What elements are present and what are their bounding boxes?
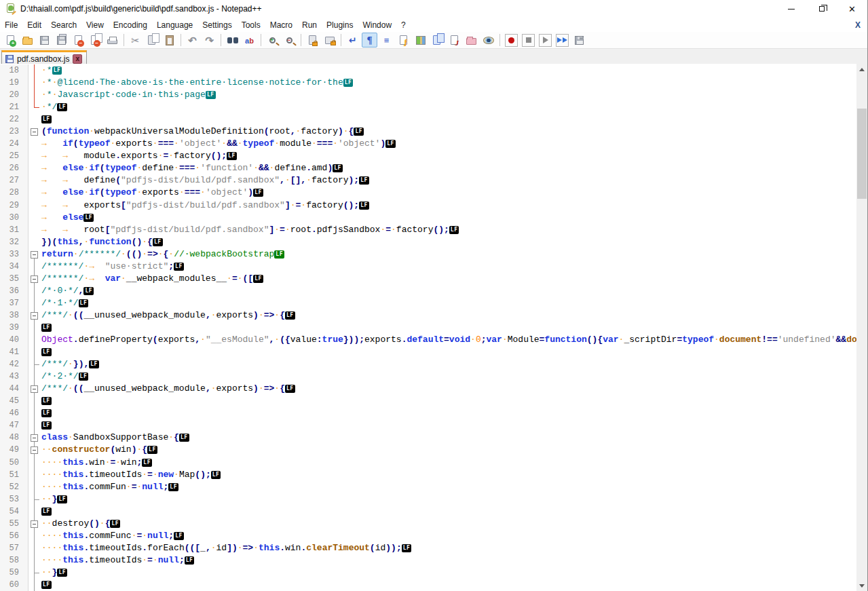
code-text[interactable]: ····this.commFun·=·null;LF [41, 481, 856, 493]
toolbar-button-find[interactable] [225, 33, 240, 47]
toolbar-button-document-switcher[interactable] [430, 33, 445, 47]
code-text[interactable]: ·*·Javascript·code·in·this·pageLF [41, 89, 856, 101]
toolbar-button-show-indent-guide[interactable]: ≡ [379, 33, 394, 47]
toolbar-button-close-all-docs[interactable]: − [88, 33, 103, 47]
vertical-scrollbar[interactable] [856, 64, 867, 591]
code-text[interactable]: ····this.commFunc·=·null;LF [41, 530, 856, 542]
code-text[interactable]: class·SandboxSupportBase·{LF [41, 432, 856, 444]
toolbar-button-replace[interactable]: ab [242, 33, 257, 47]
menu-item-settings[interactable]: Settings [197, 19, 236, 31]
toolbar-button-save-all[interactable] [54, 33, 69, 47]
code-text[interactable]: →→module.exports·=·factory();LF [41, 150, 856, 162]
code-text[interactable]: ··constructor(win)·{LF [41, 444, 856, 456]
menu-item-tools[interactable]: Tools [237, 19, 265, 31]
code-text[interactable]: ·*·@licend·The·above·is·the·entire·licen… [41, 77, 856, 89]
menu-item-encoding[interactable]: Encoding [109, 19, 152, 31]
editor-pane[interactable]: 18·*LF19·*·@licend·The·above·is·the·enti… [0, 64, 867, 591]
code-text[interactable]: (function·webpackUniversalModuleDefiniti… [41, 126, 856, 138]
code-text[interactable]: Object.defineProperty(exports,·"__esModu… [41, 334, 856, 346]
toolbar-button-copy[interactable] [145, 33, 160, 47]
code-text[interactable]: ····this.timeoutIds·=·new·Map();LF [41, 469, 856, 481]
code-text[interactable]: /******/·→var·__webpack_modules__·=·([LF [41, 273, 856, 285]
fold-margin[interactable] [29, 432, 41, 444]
fold-margin[interactable] [29, 248, 41, 261]
toolbar-button-sync-scroll-horizontal[interactable] [322, 33, 337, 47]
toolbar-button-macro-save[interactable] [571, 33, 587, 47]
code-text[interactable]: →else·if(typeof·exports·===·'object')LF [41, 187, 856, 199]
code-text[interactable]: LF [41, 407, 856, 419]
code-text[interactable]: ·*/LF [41, 101, 856, 113]
code-text[interactable]: /******/·→"use·strict";LF [41, 261, 856, 273]
code-area[interactable]: 18·*LF19·*·@licend·The·above·is·the·enti… [0, 64, 856, 591]
toolbar-button-save[interactable] [37, 33, 52, 47]
fold-margin[interactable] [29, 126, 41, 138]
code-text[interactable]: →elseLF [41, 212, 856, 224]
code-text[interactable]: LF [41, 346, 856, 358]
code-text[interactable]: ·*LF [41, 64, 856, 77]
code-text[interactable]: LF [41, 579, 856, 591]
code-text[interactable]: ··}LF [41, 567, 856, 579]
toolbar-button-zoom-out[interactable]: − [282, 33, 297, 47]
code-text[interactable]: ··destroy()·{LF [41, 518, 856, 530]
code-text[interactable]: /***/·}),LF [41, 358, 856, 370]
menu-item-file[interactable]: File [0, 19, 22, 31]
menu-item-window[interactable]: Window [358, 19, 396, 31]
code-text[interactable]: ····this.timeoutIds·=·null;LF [41, 554, 856, 567]
toolbar-button-redo[interactable]: ↷ [202, 33, 217, 47]
fold-margin[interactable] [29, 309, 41, 322]
code-text[interactable]: ····this.timeoutIds.forEach(([_,·id])·=>… [41, 542, 856, 554]
scroll-up-arrow[interactable] [856, 64, 867, 75]
code-text[interactable]: →→define("pdfjs-dist/build/pdf.sandbox",… [41, 174, 856, 187]
toolbar-button-open-folder[interactable] [20, 33, 35, 47]
toolbar-button-function-list[interactable]: ϝ [396, 33, 411, 47]
toolbar-button-macro-play[interactable] [537, 33, 553, 47]
toolbar-button-print[interactable] [105, 33, 120, 47]
toolbar-button-new-file[interactable]: + [3, 33, 18, 47]
code-text[interactable]: →→exports["pdfjs-dist/build/pdf.sandbox"… [41, 199, 856, 212]
tab-close-icon[interactable]: x [73, 54, 82, 64]
menu-item-plugins[interactable]: Plugins [322, 19, 358, 31]
toolbar-button-word-wrap[interactable]: ↵ [345, 33, 360, 47]
menu-item-help[interactable]: ? [396, 19, 411, 31]
menu-item-view[interactable]: View [81, 19, 109, 31]
scrollbar-thumb[interactable] [857, 109, 867, 199]
code-text[interactable]: LF [41, 395, 856, 407]
code-text[interactable]: LF [41, 506, 856, 518]
code-text[interactable]: return·/******/·(()·=>·{·//·webpackBoots… [41, 248, 856, 261]
menu-item-search[interactable]: Search [46, 19, 81, 31]
toolbar-button-undo[interactable]: ↶ [185, 33, 200, 47]
menu-item-macro[interactable]: Macro [265, 19, 297, 31]
code-text[interactable]: LF [41, 322, 856, 334]
restore-button[interactable] [806, 0, 837, 18]
menubar-close-document-button[interactable]: X [855, 20, 861, 30]
code-text[interactable]: /*·2·*/LF [41, 370, 856, 383]
toolbar-button-folder-as-workspace[interactable] [464, 33, 479, 47]
toolbar-button-sync-scroll-vertical[interactable] [305, 33, 320, 47]
code-text[interactable]: →if(typeof·exports·===·'object'·&&·typeo… [41, 138, 856, 150]
fold-margin[interactable] [29, 273, 41, 285]
close-button[interactable]: ✕ [837, 0, 867, 18]
code-text[interactable]: ··}LF [41, 493, 856, 506]
toolbar-button-macro-record[interactable] [504, 33, 519, 47]
code-text[interactable]: /***/·((__unused_webpack_module,·exports… [41, 383, 856, 395]
code-text[interactable]: →→root["pdfjs-dist/build/pdf.sandbox"]·=… [41, 224, 856, 236]
toolbar-button-macro-run-multiple[interactable] [554, 33, 570, 47]
menu-item-run[interactable]: Run [297, 19, 322, 31]
code-text[interactable]: LF [41, 113, 856, 126]
minimize-button[interactable] [776, 0, 806, 18]
toolbar-button-show-all-characters[interactable]: ¶ [362, 33, 377, 47]
fold-margin[interactable] [29, 444, 41, 456]
code-text[interactable]: })(this,·function()·{LF [41, 236, 856, 248]
code-text[interactable]: ····this.win·=·win;LF [41, 457, 856, 469]
toolbar-button-close-doc[interactable]: − [71, 33, 86, 47]
toolbar-button-paste[interactable] [162, 33, 177, 47]
code-text[interactable]: /***/·((__unused_webpack_module,·exports… [41, 309, 856, 322]
code-text[interactable]: LF [41, 419, 856, 432]
toolbar-button-macro-stop[interactable] [521, 33, 536, 47]
scroll-down-arrow[interactable] [856, 580, 867, 591]
fold-margin[interactable] [29, 383, 41, 395]
code-text[interactable]: →else·if(typeof·define·===·'function'·&&… [41, 162, 856, 174]
toolbar-button-document-map[interactable] [413, 33, 428, 47]
code-text[interactable]: /*·1·*/LF [41, 297, 856, 309]
toolbar-button-cut[interactable]: ✂ [128, 33, 143, 47]
